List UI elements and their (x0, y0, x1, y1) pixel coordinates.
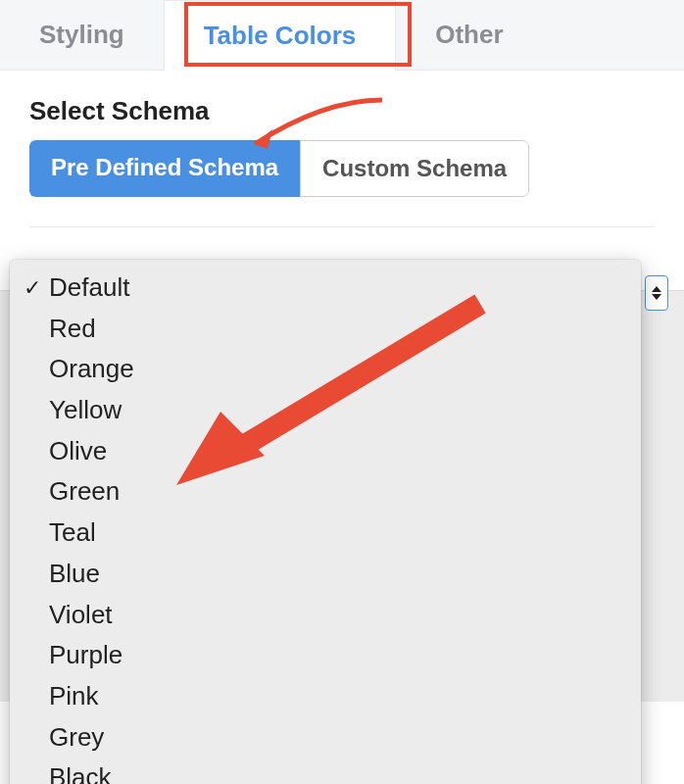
option-pink[interactable]: Pink (10, 676, 641, 717)
option-label: Default (49, 270, 129, 307)
option-label: Teal (49, 514, 96, 552)
option-label: Blue (49, 556, 100, 593)
select-stepper-icon[interactable] (645, 275, 668, 311)
option-default[interactable]: ✓Default (10, 268, 641, 309)
tab-table-colors[interactable]: Table Colors (164, 0, 397, 71)
option-label: Olive (49, 433, 107, 470)
chevron-up-icon (652, 286, 661, 292)
option-purple[interactable]: Purple (10, 635, 641, 676)
panel-divider (29, 226, 655, 227)
tab-panel: Select Schema Pre Defined Schema Custom … (0, 71, 684, 290)
option-blue[interactable]: Blue (10, 554, 641, 595)
option-yellow[interactable]: Yellow (10, 390, 641, 431)
tabs-bar: Styling Table Colors Other (0, 0, 684, 71)
option-violet[interactable]: Violet (10, 595, 641, 636)
option-label: Violet (49, 597, 113, 634)
option-label: Grey (49, 719, 104, 757)
option-teal[interactable]: Teal (10, 513, 641, 554)
option-red[interactable]: Red (10, 309, 641, 350)
select-schema-label: Select Schema (29, 96, 655, 126)
option-black[interactable]: Black (10, 758, 641, 784)
option-grey[interactable]: Grey (10, 717, 641, 759)
option-label: Pink (49, 678, 99, 715)
option-label: Yellow (49, 392, 122, 429)
tab-other[interactable]: Other (396, 0, 542, 70)
option-label: Red (49, 311, 96, 348)
predefined-schema-button[interactable]: Pre Defined Schema (29, 140, 300, 197)
schema-button-group: Pre Defined Schema Custom Schema (29, 140, 529, 197)
option-label: Purple (49, 637, 122, 674)
option-orange[interactable]: Orange (10, 349, 641, 390)
check-icon: ✓ (24, 272, 49, 304)
option-label: Orange (49, 351, 134, 388)
custom-schema-button[interactable]: Custom Schema (300, 140, 529, 197)
option-green[interactable]: Green (10, 471, 641, 513)
option-label: Green (49, 473, 120, 511)
option-olive[interactable]: Olive (10, 431, 641, 472)
option-label: Black (49, 760, 112, 784)
color-dropdown[interactable]: ✓Default Red Orange Yellow Olive Green T… (10, 260, 641, 784)
tab-styling[interactable]: Styling (0, 0, 164, 70)
chevron-down-icon (652, 294, 661, 300)
